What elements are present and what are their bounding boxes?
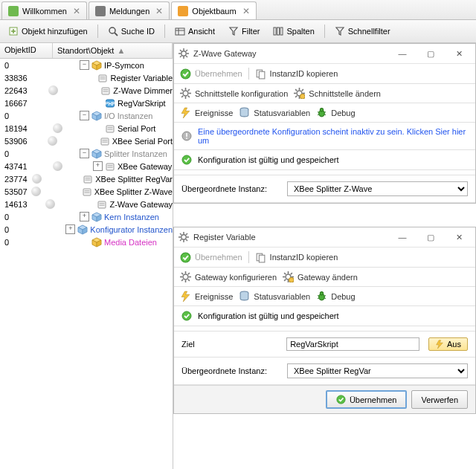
tree-row[interactable]: 0−Splitter Instanzen [0, 147, 173, 160]
tab-icon [8, 6, 19, 16]
tree-label: RegVarSkript [118, 99, 166, 108]
copy-icon [255, 68, 266, 80]
expand-toggle[interactable]: + [80, 212, 89, 221]
close-button[interactable]: ✕ [447, 46, 471, 61]
tree-label: XBee Serial Port [112, 137, 173, 146]
check-icon [180, 252, 191, 263]
events-button[interactable]: Ereignisse [180, 291, 233, 302]
tree-row[interactable]: 0+Konfigurator Instanzen [0, 223, 173, 236]
interface-config-button[interactable]: Schnittstelle konfiguration [180, 88, 288, 99]
parent-instance-label: Übergeordnete Instanz: [181, 184, 278, 193]
mod-icon [82, 187, 92, 197]
tree-row[interactable]: 0−I/O Instanzen [0, 109, 173, 122]
tree-row[interactable]: 16667RegVarSkript [0, 97, 173, 109]
view-button[interactable]: Ansicht [170, 24, 220, 39]
apply-button[interactable]: Übernehmen [180, 252, 242, 263]
detail-panel: Z-Wave Gateway — ▢ ✕ Übernehmen InstanzI… [173, 43, 476, 469]
statusvars-button[interactable]: Statusvariablen [239, 107, 310, 118]
close-button[interactable]: ✕ [447, 230, 471, 245]
maximize-button[interactable]: ▢ [419, 230, 443, 245]
expand-toggle[interactable]: + [93, 161, 103, 171]
tree-row[interactable]: 18194Serial Port [0, 122, 173, 135]
parent-instance-select[interactable]: XBee Splitter Z-Wave [287, 181, 468, 196]
tree-row[interactable]: 22643Z-Wave Dimmer [0, 84, 173, 97]
apply-button[interactable]: Übernehmen [180, 68, 242, 80]
search-id-button[interactable]: Suche ID [103, 24, 160, 39]
tree-label: Register Variable [110, 74, 173, 83]
ok-message: Konfiguration ist gültig und gespeichert [174, 150, 475, 170]
database-icon [239, 291, 250, 302]
object-id: 0 [0, 149, 51, 158]
events-button[interactable]: Ereignisse [180, 107, 233, 118]
col-object[interactable]: Standort\Objekt▲ [53, 43, 173, 58]
tab-label: Meldungen [109, 7, 149, 16]
tab-icon [95, 6, 106, 16]
object-id: 18194 [0, 124, 51, 133]
minimize-button[interactable]: — [390, 46, 414, 61]
mod-icon [83, 174, 93, 184]
gear-icon [180, 88, 191, 99]
tree-label: Serial Port [118, 124, 155, 133]
tree-row[interactable]: 43741+XBee Gateway [0, 160, 173, 172]
tree-row[interactable]: 23774XBee Splitter RegVar [0, 172, 173, 185]
tree-row[interactable]: 0Media Dateien [0, 236, 173, 248]
tree-row[interactable]: 53507XBee Splitter Z-Wave [0, 185, 173, 198]
apply-footer-button[interactable]: Übernehmen [326, 390, 408, 409]
parent-instance-select[interactable]: XBee Splitter RegVar [287, 363, 468, 378]
filter-button[interactable]: Filter [223, 24, 265, 39]
minimize-button[interactable]: — [390, 230, 414, 245]
expand-toggle[interactable]: − [80, 111, 89, 120]
cube-b-icon [91, 111, 102, 121]
statusvars-button[interactable]: Statusvariablen [239, 291, 310, 302]
mod-icon [97, 73, 108, 83]
tab-bar: Willkommen✕Meldungen✕Objektbaum✕ [0, 0, 476, 20]
gateway-change-button[interactable]: Gateway ändern [283, 271, 358, 282]
tab-meldungen[interactable]: Meldungen✕ [89, 1, 170, 19]
close-icon[interactable]: ✕ [155, 6, 163, 16]
discard-button[interactable]: Verwerfen [411, 390, 468, 409]
maximize-button[interactable]: ▢ [419, 46, 443, 61]
add-object-button[interactable]: Objekt hinzufügen [3, 24, 93, 39]
ziel-input[interactable] [286, 337, 419, 351]
tab-objektbaum[interactable]: Objektbaum✕ [171, 1, 256, 19]
tab-willkommen[interactable]: Willkommen✕ [1, 1, 87, 19]
expand-toggle[interactable]: + [65, 224, 75, 234]
tree-row[interactable]: 0−IP-Symcon [0, 59, 173, 71]
col-id[interactable]: ObjektID [0, 43, 53, 58]
separator [97, 25, 98, 38]
check-icon [181, 155, 192, 165]
warning-message[interactable]: Eine übergeordnete Konfiguration scheint… [174, 123, 475, 150]
tree-row[interactable]: 33836Register Variable [0, 71, 173, 84]
columns-button[interactable]: Spalten [268, 24, 319, 39]
bolt-icon [435, 340, 444, 349]
close-icon[interactable]: ✕ [242, 6, 250, 16]
tree-row[interactable]: 53906XBee Serial Port [0, 135, 173, 147]
tree-label: Z-Wave Dimmer [113, 86, 173, 95]
object-id: 53906 [0, 137, 46, 146]
mod-icon [105, 161, 115, 172]
copy-instanceid-button[interactable]: InstanzID kopieren [255, 68, 338, 80]
tab-label: Objektbaum [192, 7, 236, 16]
object-id: 33836 [0, 74, 45, 83]
expand-toggle[interactable]: − [80, 149, 89, 158]
ziel-select-button[interactable]: Aus [428, 337, 468, 351]
gateway-config-button[interactable]: Gateway konfigurieren [180, 271, 277, 282]
gear-icon [180, 271, 191, 282]
close-icon[interactable]: ✕ [73, 6, 80, 16]
interface-change-button[interactable]: Schnittstelle ändern [294, 88, 381, 99]
toolbar: Objekt hinzufügen Suche ID Ansicht Filte… [0, 20, 476, 43]
debug-button[interactable]: Debug [316, 291, 355, 302]
quickfilter-button[interactable]: Schnellfilter [329, 24, 396, 39]
mod-icon [105, 123, 115, 134]
script-icon [105, 98, 115, 109]
debug-button[interactable]: Debug [316, 107, 355, 118]
copy-instanceid-button[interactable]: InstanzID kopieren [255, 252, 338, 263]
expand-toggle[interactable]: − [80, 60, 89, 70]
warning-icon [181, 131, 192, 141]
bug-icon [316, 291, 327, 302]
tree-label: Splitter Instanzen [104, 149, 167, 158]
object-id: 14613 [0, 200, 45, 209]
tree-label: Media Dateien [104, 238, 157, 247]
tree-row[interactable]: 0+Kern Instanzen [0, 210, 173, 223]
tree-row[interactable]: 14613Z-Wave Gateway [0, 198, 173, 210]
